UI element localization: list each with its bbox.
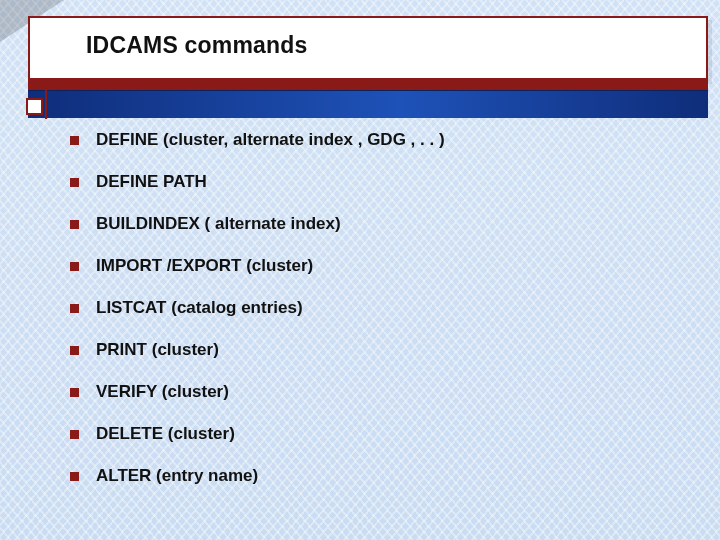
side-marker-box <box>26 98 43 115</box>
slide-title: IDCAMS commands <box>30 18 706 59</box>
list-item: DEFINE PATH <box>70 172 680 192</box>
list-item: PRINT (cluster) <box>70 340 680 360</box>
list-item: IMPORT /EXPORT (cluster) <box>70 256 680 276</box>
blue-band <box>28 90 708 118</box>
content-area: DEFINE (cluster, alternate index , GDG ,… <box>70 130 680 508</box>
list-item: DEFINE (cluster, alternate index , GDG ,… <box>70 130 680 150</box>
accent-strip <box>28 80 708 90</box>
list-item: ALTER (entry name) <box>70 466 680 486</box>
title-frame: IDCAMS commands <box>28 16 708 80</box>
list-item: BUILDINDEX ( alternate index) <box>70 214 680 234</box>
side-connector <box>45 81 47 119</box>
list-item: VERIFY (cluster) <box>70 382 680 402</box>
list-item: LISTCAT (catalog entries) <box>70 298 680 318</box>
list-item: DELETE (cluster) <box>70 424 680 444</box>
command-list: DEFINE (cluster, alternate index , GDG ,… <box>70 130 680 486</box>
